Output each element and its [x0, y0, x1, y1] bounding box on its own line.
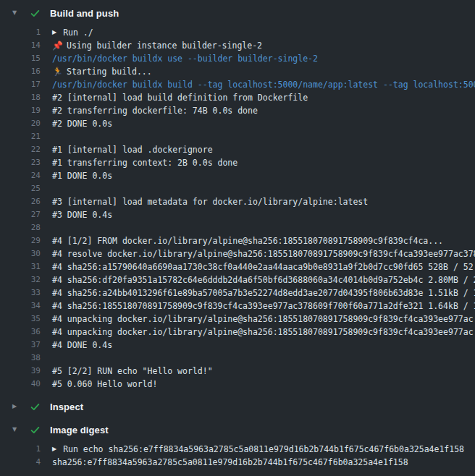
log-section-inspect: ▶ Inspect [0, 395, 475, 418]
line-body: #4 resolve docker.io/library/alpine@sha2… [52, 247, 475, 260]
log-line: 36 #4 unpacking docker.io/library/alpine… [0, 326, 475, 339]
log-text: #4 sha256:df20fa9351a15782c64e6dddb2d4a6… [52, 273, 475, 286]
log-text: #1 [internal] load .dockerignore [52, 143, 213, 156]
log-line: 19 #2 transferring dockerfile: 74B 0.0s … [0, 104, 475, 117]
section-header[interactable]: ▼ Build and push [0, 1, 475, 25]
log-line: 24 #1 DONE 0.0s [0, 169, 475, 182]
log-line: 28 [0, 221, 475, 234]
line-body: ▶Run echo sha256:e7ff8834a5963a2785c5a08… [52, 443, 464, 456]
log-text: #2 transferring dockerfile: 74B 0.0s don… [52, 104, 258, 117]
log-line: 29 #4 [1/2] FROM docker.io/library/alpin… [0, 234, 475, 247]
line-number[interactable]: 17 [0, 78, 41, 91]
log-line: 40 #5 0.060 Hello world! [0, 378, 475, 391]
line-body: #5 0.060 Hello world! [52, 378, 157, 391]
line-number[interactable]: 37 [0, 339, 41, 352]
line-number[interactable]: 36 [0, 326, 41, 339]
line-body: #1 DONE 0.0s [52, 169, 112, 182]
log-line: 17 /usr/bin/docker buildx build --tag lo… [0, 78, 475, 91]
line-number[interactable]: 22 [0, 143, 41, 156]
log-line: 38 [0, 352, 475, 365]
section-header[interactable]: ▶ Inspect [0, 395, 475, 418]
line-number[interactable]: 25 [0, 182, 41, 195]
log-text: /usr/bin/docker buildx build --tag local… [52, 78, 475, 91]
chevron-right-icon[interactable]: ▶ [12, 395, 22, 418]
line-body: #4 [1/2] FROM docker.io/library/alpine@s… [52, 234, 443, 247]
log-line: 32 #4 sha256:df20fa9351a15782c64e6dddb2d… [0, 273, 475, 286]
line-number[interactable]: 21 [0, 130, 41, 143]
line-body: sha256:e7ff8834a5963a2785c5a0811e979d16b… [52, 456, 408, 469]
section-header[interactable]: ▼ Image digest [0, 418, 475, 441]
log-text: #3 DONE 0.4s [52, 208, 112, 221]
log-line: 33 #4 sha256:a24bb4013296f61e89ba57005a7… [0, 286, 475, 299]
line-body: #2 DONE 0.0s [52, 117, 112, 130]
log-text: #4 sha256:a15790640a6690aa1730c38cf0a440… [52, 260, 474, 273]
log-text: #4 sha256:a24bb4013296f61e89ba57005a7b3e… [52, 286, 475, 299]
log-text: #4 DONE 0.4s [52, 339, 112, 352]
log-line: 30 #4 resolve docker.io/library/alpine@s… [0, 247, 475, 260]
log-line: 37 #4 DONE 0.4s [0, 339, 475, 352]
line-number[interactable]: 27 [0, 208, 41, 221]
log-line: 27 #3 DONE 0.4s [0, 208, 475, 221]
log-line: 23 #1 transferring context: 2B 0.0s done [0, 156, 475, 169]
line-number[interactable]: 34 [0, 299, 41, 313]
log-line: 1 ▶Run ./ [0, 26, 475, 39]
log-line: 25 [0, 182, 475, 195]
log-line: 4 sha256:e7ff8834a5963a2785c5a0811e979d1… [0, 456, 475, 469]
log-text: #5 0.060 Hello world! [52, 378, 157, 391]
line-number[interactable]: 40 [0, 378, 41, 391]
check-icon [30, 8, 41, 19]
line-number[interactable]: 15 [0, 52, 41, 65]
line-number[interactable]: 38 [0, 352, 41, 365]
log-line: 14 📌Using builder instance builder-singl… [0, 39, 475, 52]
line-number[interactable]: 20 [0, 117, 41, 130]
line-body: #4 unpacking docker.io/library/alpine@sh… [52, 326, 474, 339]
log-line: 31 #4 sha256:a15790640a6690aa1730c38cf0a… [0, 260, 475, 273]
line-number[interactable]: 4 [0, 456, 41, 469]
line-body: 📌Using builder instance builder-single-2 [52, 39, 262, 52]
line-number[interactable]: 32 [0, 273, 41, 286]
log-text: #2 [internal] load build definition from… [52, 91, 308, 104]
line-number[interactable]: 23 [0, 156, 41, 169]
line-number[interactable]: 30 [0, 247, 41, 260]
check-icon [30, 425, 41, 435]
line-number[interactable]: 1 [0, 443, 41, 456]
line-number[interactable]: 14 [0, 39, 41, 52]
log-section-image-digest: ▼ Image digest 1 ▶Run echo sha256:e7ff88… [0, 418, 475, 473]
log-text: /usr/bin/docker buildx use --builder bui… [52, 52, 318, 65]
log-text: #4 sha256:185518070891758909c9f839cf4ca3… [52, 299, 475, 313]
line-body: #1 transferring context: 2B 0.0s done [52, 156, 238, 169]
line-number[interactable]: 18 [0, 91, 41, 104]
line-body: #2 [internal] load build definition from… [52, 91, 308, 104]
line-number[interactable]: 19 [0, 104, 41, 117]
log-text: #4 unpacking docker.io/library/alpine@sh… [52, 326, 474, 339]
line-number[interactable]: 24 [0, 169, 41, 182]
section-title: Build and push [50, 8, 119, 19]
log-line: 1 ▶Run echo sha256:e7ff8834a5963a2785c5a… [0, 443, 475, 456]
line-body: #4 sha256:a24bb4013296f61e89ba57005a7b3e… [52, 286, 475, 299]
line-number[interactable]: 29 [0, 234, 41, 247]
line-body: #1 [internal] load .dockerignore [52, 143, 213, 156]
line-number[interactable]: 28 [0, 221, 41, 234]
line-body: #4 DONE 0.4s [52, 339, 112, 352]
expand-toggle-icon[interactable]: ▶ [52, 443, 56, 456]
line-body: #2 transferring dockerfile: 74B 0.0s don… [52, 104, 258, 117]
line-number[interactable]: 16 [0, 65, 41, 78]
log-text: sha256:e7ff8834a5963a2785c5a0811e979d16b… [52, 456, 408, 469]
section-lines: 1 ▶Run echo sha256:e7ff8834a5963a2785c5a… [0, 441, 475, 473]
line-number[interactable]: 26 [0, 195, 41, 208]
line-number[interactable]: 33 [0, 286, 41, 299]
line-body: #3 [internal] load metadata for docker.i… [52, 195, 368, 208]
log-text: Run ./ [63, 26, 93, 39]
line-number[interactable]: 31 [0, 260, 41, 273]
line-body: /usr/bin/docker buildx use --builder bui… [52, 52, 318, 65]
line-number[interactable]: 35 [0, 313, 41, 326]
chevron-down-icon[interactable]: ▼ [12, 418, 22, 441]
check-icon [30, 401, 41, 412]
line-number[interactable]: 1 [0, 26, 41, 39]
section-title: Inspect [50, 401, 83, 412]
log-line: 22 #1 [internal] load .dockerignore [0, 143, 475, 156]
log-line: 18 #2 [internal] load build definition f… [0, 91, 475, 104]
line-number[interactable]: 39 [0, 365, 41, 378]
chevron-down-icon[interactable]: ▼ [12, 1, 22, 25]
expand-toggle-icon[interactable]: ▶ [52, 26, 56, 39]
